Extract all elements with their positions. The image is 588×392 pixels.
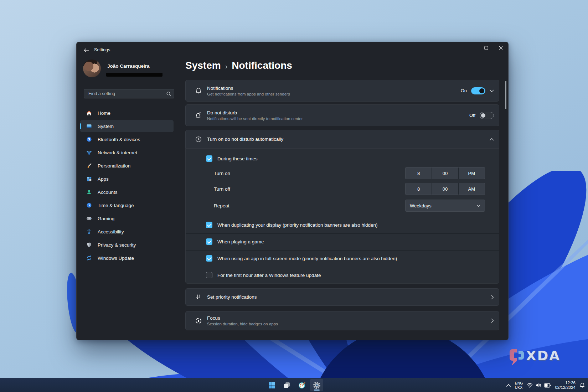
sidebar-item-label: Gaming [98,216,114,221]
focus-icon [195,317,202,324]
avatar[interactable] [83,60,101,77]
windows-start-icon [268,382,275,389]
back-button[interactable] [80,45,92,55]
dnd-card[interactable]: Do not disturb Notifications will be sen… [185,104,499,126]
sidebar-item-time-language[interactable]: Time & language [80,199,174,211]
duplicating-checkbox[interactable] [206,222,212,228]
wifi-icon [527,383,533,388]
checkbox-label: When duplicating your display (priority … [217,222,378,228]
search-box[interactable] [84,89,174,98]
maximize-icon [484,46,488,50]
fullscreen-checkbox[interactable] [206,255,212,262]
breadcrumb-parent[interactable]: System [185,60,221,71]
card-subtitle: Notifications will be sent directly to n… [207,117,303,121]
hour-segment[interactable]: 8 [406,167,432,179]
paint-icon [298,381,306,389]
option-row-duplicating[interactable]: When duplicating your display (priority … [206,222,378,228]
window-title: Settings [94,47,110,52]
sidebar-item-label: Personalization [98,163,130,169]
sidebar-item-label: Windows Update [98,256,134,261]
card-title: Do not disturb [207,110,303,115]
back-arrow-icon [84,48,89,52]
game-checkbox[interactable] [206,238,212,245]
minimize-icon [470,46,474,50]
active-app-indicator [314,390,320,391]
sidebar-item-personalization[interactable]: Personalization [80,160,174,172]
task-view-button[interactable] [280,379,293,391]
sidebar-item-label: Apps [98,176,109,182]
sidebar-item-apps[interactable]: Apps [80,173,174,185]
redacted-email [106,73,163,77]
bell-snooze-icon [195,112,202,119]
settings-app-button[interactable] [310,379,323,391]
paint-app-button[interactable] [295,379,308,391]
close-button[interactable] [494,42,508,53]
checkbox-label: When using an app in full-screen mode (p… [217,256,397,261]
search-icon [166,92,171,96]
tray-chevron-up-icon[interactable] [506,384,511,387]
titlebar: Settings [77,42,508,58]
hour-segment[interactable]: 8 [406,183,432,195]
card-subtitle: Session duration, hide badges on apps [207,322,278,326]
sidebar-nav: Home System Bluetooth & devices [80,107,174,265]
dnd-toggle[interactable] [480,112,494,119]
sidebar-item-windows-update[interactable]: Windows Update [80,252,174,264]
during-times-row[interactable]: During these times [206,155,258,162]
sidebar-item-network[interactable]: Network & internet [80,146,174,159]
notifications-card[interactable]: Notifications Get notifications from app… [185,80,499,102]
turn-on-label: Turn on [214,171,230,176]
option-row-feature-update[interactable]: For the first hour after a Windows featu… [206,272,321,278]
sidebar-item-home[interactable]: Home [80,107,174,119]
sidebar-item-system[interactable]: System [80,120,174,132]
dropdown-value: Weekdays [410,203,431,208]
auto-dnd-expander-body: During these times Turn on 8 00 PM Turn … [185,149,499,284]
settings-window: Settings João Carrasqueira [76,42,509,340]
sidebar-item-bluetooth[interactable]: Bluetooth & devices [80,133,174,145]
chevron-up-icon[interactable] [490,138,494,141]
system-icon [86,123,92,129]
focus-card[interactable]: Focus Session duration, hide badges on a… [185,311,499,330]
auto-dnd-expander-header[interactable]: Turn on do not disturb automatically [185,130,499,149]
battery-icon [544,383,551,388]
feature-update-checkbox[interactable] [206,272,212,278]
sidebar-item-label: Time & language [98,203,134,208]
chevron-right-icon [491,319,494,323]
toggle-state-label: On [461,88,467,93]
card-title: Set priority notifications [207,294,257,300]
taskbar: ENG UKX [0,378,588,392]
option-row-game[interactable]: When playing a game [206,238,264,245]
sidebar-item-label: System [98,124,114,129]
xda-watermark: XDA XDA [507,346,572,368]
windows-update-icon [86,255,92,261]
chevron-down-icon[interactable] [490,89,494,92]
sidebar-item-privacy[interactable]: Privacy & security [80,239,174,251]
minute-segment[interactable]: 00 [432,183,458,195]
notification-bell-icon[interactable] [579,382,585,388]
sidebar-item-gaming[interactable]: Gaming [80,212,174,225]
during-times-checkbox[interactable] [206,155,212,162]
sidebar-item-label: Home [98,110,110,116]
selected-indicator [80,123,81,129]
time: 12:26 [555,381,576,386]
period-segment[interactable]: PM [459,167,485,179]
search-input[interactable] [88,91,166,97]
priority-notifications-card[interactable]: Set priority notifications [185,288,499,306]
period-segment[interactable]: AM [459,183,485,195]
notifications-toggle[interactable] [471,87,485,94]
minute-segment[interactable]: 00 [432,167,458,179]
option-row-fullscreen[interactable]: When using an app in full-screen mode (p… [206,255,397,262]
sidebar-item-accounts[interactable]: Accounts [80,186,174,198]
language-indicator[interactable]: ENG UKX [515,381,523,390]
minimize-button[interactable] [464,42,479,53]
turn-off-time-picker[interactable]: 8 00 AM [405,183,485,195]
clock[interactable]: 12:26 02/12/2024 [555,381,576,390]
start-button[interactable] [265,379,278,391]
turn-on-time-picker[interactable]: 8 00 PM [405,167,485,179]
system-tray[interactable] [527,383,551,388]
maximize-button[interactable] [479,42,494,53]
scrollbar[interactable] [505,81,506,109]
page-title: Notifications [232,60,292,71]
sidebar-item-accessibility[interactable]: Accessibility [80,226,174,238]
volume-icon [536,383,541,388]
repeat-dropdown[interactable]: Weekdays [405,200,485,212]
